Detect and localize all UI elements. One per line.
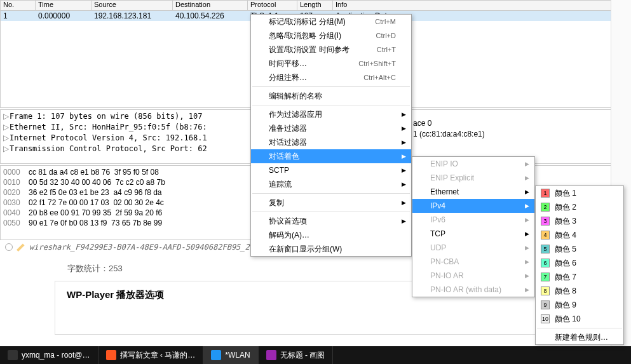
col-length[interactable]: Length	[297, 1, 333, 10]
menu-item[interactable]: UDP▶	[412, 241, 534, 255]
menu-item[interactable]: 忽略/取消忽略 分组(I)Ctrl+D	[251, 29, 411, 43]
new-color-rule[interactable]: 新建着色规则…	[536, 330, 623, 344]
color-menu-item[interactable]: 2颜色 2	[536, 200, 623, 214]
detail-text: ace 0	[413, 118, 485, 129]
menu-item[interactable]: TCP▶	[412, 227, 534, 241]
menu-item[interactable]: 对话着色▶	[251, 149, 411, 163]
menu-item[interactable]: 解码为(A)…	[251, 228, 411, 242]
menu-label: 在新窗口显示分组(W)	[269, 244, 396, 255]
menu-item[interactable]: Ethernet▶	[412, 185, 534, 199]
color-label: 颜色 9	[555, 300, 576, 311]
submenu-arrow-icon: ▶	[525, 189, 529, 195]
menu-item[interactable]: 对话过滤器▶	[251, 135, 411, 149]
taskbar-item[interactable]: yxmq_ma - root@…	[0, 346, 98, 364]
menu-label: 准备过滤器	[269, 123, 396, 134]
color-menu-item[interactable]: 1颜色 1	[536, 186, 623, 200]
colorize-submenu: ENIP IO▶ENIP Explicit▶Ethernet▶IPv4▶IPv6…	[412, 156, 535, 297]
col-time[interactable]: Time	[36, 1, 92, 10]
color-swatch-icon: 8	[541, 286, 550, 295]
taskbar-app-icon	[106, 350, 116, 360]
menu-shortcut: Ctrl+Alt+C	[363, 74, 396, 81]
packet-list-header: No. Time Source Destination Protocol Len…	[1, 1, 630, 11]
status-bar: wireshark_F94299E3-B07A-48E9-AAFD-509406…	[0, 240, 268, 254]
submenu-arrow-icon: ▶	[402, 181, 406, 187]
menu-item[interactable]: ENIP IO▶	[412, 157, 534, 171]
color-menu-item[interactable]: 4颜色 4	[536, 228, 623, 242]
menu-item[interactable]: 复制▶	[251, 196, 411, 210]
taskbar: yxmq_ma - root@…撰写新文章 ‹ 马谦的…*WLAN无标题 - 画…	[0, 346, 631, 364]
col-protocol[interactable]: Protocol	[248, 1, 297, 10]
expand-icon[interactable]: ▷	[3, 122, 10, 133]
col-source[interactable]: Source	[92, 1, 173, 10]
color-label: 颜色 10	[555, 314, 581, 325]
color-swatch-icon: 10	[541, 314, 550, 323]
menu-label: IPv6	[430, 215, 519, 224]
menu-item[interactable]: 编辑解析的名称	[251, 89, 411, 103]
menu-shortcut: Ctrl+M	[375, 18, 396, 25]
menu-label: IPv4	[430, 201, 519, 210]
submenu-arrow-icon: ▶	[402, 167, 406, 173]
expand-icon[interactable]: ▷	[3, 133, 10, 144]
color-menu-item[interactable]: 3颜色 3	[536, 214, 623, 228]
color-label: 颜色 7	[555, 272, 576, 283]
menu-label: PN-IO AR (with data)	[430, 285, 520, 294]
menu-item[interactable]: 协议首选项▶	[251, 214, 411, 228]
col-destination[interactable]: Destination	[173, 1, 248, 10]
menu-label: 复制	[269, 198, 396, 208]
color-menu-item[interactable]: 9颜色 9	[536, 298, 623, 312]
taskbar-label: 无标题 - 画图	[280, 350, 325, 361]
color-label: 颜色 1	[555, 188, 576, 199]
menu-item[interactable]: PN-CBA▶	[412, 255, 534, 269]
hex-offset: 0000	[3, 167, 29, 177]
submenu-arrow-icon: ▶	[402, 218, 406, 224]
color-label: 颜色 3	[555, 216, 576, 227]
menu-item[interactable]: ENIP Explicit▶	[412, 171, 534, 185]
menu-item[interactable]: 在新窗口显示分组(W)	[251, 242, 411, 256]
menu-separator	[252, 212, 410, 212]
menu-item[interactable]: SCTP▶	[251, 163, 411, 177]
menu-item[interactable]: 追踪流▶	[251, 177, 411, 191]
menu-label: 忽略/取消忽略 分组(I)	[269, 30, 376, 41]
submenu-arrow-icon: ▶	[525, 217, 529, 223]
menu-item[interactable]: 标记/取消标记 分组(M)Ctrl+M	[251, 15, 411, 29]
expand-icon[interactable]: ▷	[3, 111, 10, 122]
menu-item[interactable]: PN-IO AR (with data)▶	[412, 283, 534, 297]
color-menu-item[interactable]: 6颜色 6	[536, 256, 623, 270]
menu-item[interactable]: 时间平移…Ctrl+Shift+T	[251, 57, 411, 71]
color-menu-item[interactable]: 5颜色 5	[536, 242, 623, 256]
color-swatch-icon: 1	[541, 189, 550, 198]
submenu-arrow-icon: ▶	[525, 175, 529, 181]
context-menu: 标记/取消标记 分组(M)Ctrl+M忽略/取消忽略 分组(I)Ctrl+D设置…	[250, 14, 412, 257]
submenu-arrow-icon: ▶	[402, 153, 406, 159]
menu-label: TCP	[430, 229, 519, 238]
col-info[interactable]: Info	[333, 1, 630, 10]
menu-label: 作为过滤器应用	[269, 109, 396, 120]
color-swatch-icon: 4	[541, 231, 550, 239]
menu-label: 分组注释…	[269, 72, 363, 83]
menu-item[interactable]: PN-IO AR▶	[412, 269, 534, 283]
capture-file-label: wireshark_F94299E3-B07A-48E9-AAFD-509406…	[29, 243, 263, 252]
taskbar-item[interactable]: 无标题 - 画图	[259, 346, 334, 364]
menu-shortcut: Ctrl+D	[376, 32, 396, 39]
color-swatch-icon: 9	[541, 300, 550, 309]
menu-label: PN-CBA	[430, 257, 519, 266]
menu-separator	[252, 193, 410, 194]
color-menu-item[interactable]: 10颜色 10	[536, 312, 623, 326]
color-menu-item[interactable]: 8颜色 8	[536, 284, 623, 298]
expand-icon[interactable]: ▷	[3, 144, 10, 154]
taskbar-item[interactable]: 撰写新文章 ‹ 马谦的…	[98, 346, 204, 364]
ipv4-color-submenu: 1颜色 12颜色 23颜色 34颜色 45颜色 56颜色 67颜色 78颜色 8…	[535, 185, 624, 345]
menu-item[interactable]: 准备过滤器▶	[251, 121, 411, 135]
color-menu-item[interactable]: 7颜色 7	[536, 270, 623, 284]
menu-item[interactable]: IPv4▶	[412, 199, 534, 213]
taskbar-label: 撰写新文章 ‹ 马谦的…	[120, 350, 196, 361]
menu-item[interactable]: IPv6▶	[412, 213, 534, 227]
menu-item[interactable]: 作为过滤器应用▶	[251, 107, 411, 121]
taskbar-item[interactable]: *WLAN	[203, 346, 258, 364]
menu-item[interactable]: 分组注释…Ctrl+Alt+C	[251, 71, 411, 84]
col-no[interactable]: No.	[1, 1, 36, 10]
hex-offset: 0010	[3, 177, 29, 187]
menu-label: 对话着色	[269, 151, 396, 162]
menu-item[interactable]: 设置/取消设置 时间参考Ctrl+T	[251, 43, 411, 57]
color-label: 颜色 6	[555, 258, 576, 269]
